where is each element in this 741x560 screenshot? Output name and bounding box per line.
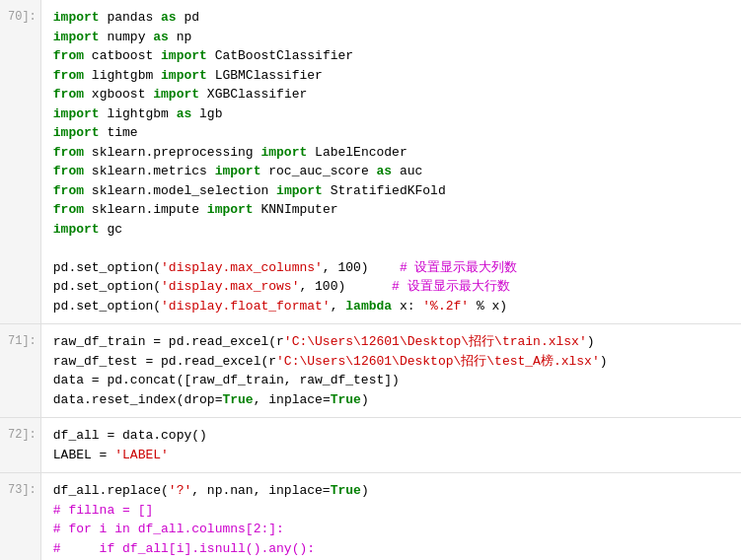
code-token-plain: xgboost	[84, 87, 153, 102]
code-token-plain: KNNImputer	[254, 202, 338, 217]
code-token-plain: )	[361, 483, 369, 498]
code-token-kw: from	[53, 202, 84, 217]
code-token-plain: sklearn.impute	[84, 202, 207, 217]
code-token-str: 'C:\Users\12601\Desktop\招行\train.xlsx'	[284, 334, 587, 349]
code-token-plain: pd.set_option(	[53, 279, 161, 294]
code-token-kw: import	[161, 48, 207, 63]
code-token-kw: import	[53, 10, 100, 25]
code-line: # if df_all[i].isnull().any():	[53, 541, 315, 556]
code-token-plain: raw_df_test = pd.read_excel(r	[53, 354, 276, 369]
code-token-plain: time	[100, 125, 138, 140]
code-token-plain: catboost	[84, 48, 161, 63]
code-line: import lightgbm as lgb	[53, 106, 223, 121]
code-token-plain: , inplace=	[254, 392, 331, 407]
code-token-str: 'C:\Users\12601\Desktop\招行\test_A榜.xlsx'	[276, 354, 600, 369]
code-token-kw: from	[53, 145, 84, 160]
code-token-plain: )	[587, 334, 595, 349]
cell-content[interactable]: raw_df_train = pd.read_excel(r'C:\Users\…	[41, 324, 741, 417]
code-token-str: 'display.max_columns'	[161, 260, 323, 275]
code-line: from xgboost import XGBClassifier	[53, 87, 307, 102]
code-token-kw: as	[177, 106, 192, 121]
code-line: from sklearn.preprocessing import LabelE…	[53, 145, 408, 160]
code-token-str: 'display.max_rows'	[161, 279, 299, 294]
code-token-kw: as	[161, 10, 177, 25]
code-line: data.reset_index(drop=True, inplace=True…	[53, 392, 369, 407]
code-token-plain: raw_df_train = pd.read_excel(r	[53, 334, 284, 349]
code-line: from lightgbm import LGBMClassifier	[53, 68, 323, 83]
code-line: import gc	[53, 222, 122, 237]
code-token-plain: roc_auc_score	[260, 164, 376, 178]
code-token-plain: df_all.replace(	[53, 483, 169, 498]
code-line: raw_df_test = pd.read_excel(r'C:\Users\1…	[53, 354, 608, 369]
code-line: df_all.replace('?', np.nan, inplace=True…	[53, 483, 369, 498]
notebook: 70]:import pandas as pd import numpy as …	[0, 0, 741, 560]
code-token-kw: import	[153, 87, 199, 102]
cell-number: 71]:	[0, 324, 41, 417]
code-token-comment: # for i in df_all.columns[2:]:	[53, 522, 284, 536]
code-line: import pandas as pd	[53, 10, 199, 25]
code-token-plain: )	[600, 354, 608, 369]
code-token-kw: import	[276, 183, 323, 198]
code-token-plain: lightgbm	[100, 106, 177, 121]
code-token-kw: True	[222, 392, 253, 407]
code-token-plain: sklearn.model_selection	[84, 183, 276, 198]
code-token-kw: import	[53, 30, 100, 44]
cell-number: 72]:	[0, 418, 41, 472]
code-token-plain: LGBMClassifier	[207, 68, 323, 83]
code-token-kw: as	[377, 164, 393, 178]
code-token-kw: from	[53, 87, 84, 102]
code-token-plain: df_all = data.copy()	[53, 428, 207, 443]
code-token-plain: StratifiedKFold	[323, 183, 446, 198]
code-token-plain: pd.set_option(	[53, 299, 161, 314]
code-token-kw: True	[331, 392, 361, 407]
cell: 72]:df_all = data.copy() LABEL = 'LABEL'	[0, 418, 741, 473]
code-token-plain: sklearn.metrics	[84, 164, 215, 178]
code-line: import time	[53, 125, 138, 140]
code-token-plain: XGBClassifier	[199, 87, 307, 102]
code-token-kw: import	[53, 222, 100, 237]
code-token-kw: import	[260, 145, 307, 160]
code-line: df_all = data.copy()	[53, 428, 207, 443]
code-token-plain: lgb	[191, 106, 222, 121]
code-token-kw: import	[215, 164, 261, 178]
code-line: pd.set_option('display.float_format', la…	[53, 299, 507, 314]
cell: 73]:df_all.replace('?', np.nan, inplace=…	[0, 473, 741, 560]
code-token-plain: data = pd.concat([raw_df_train, raw_df_t…	[53, 373, 400, 387]
cell-content[interactable]: df_all.replace('?', np.nan, inplace=True…	[41, 473, 741, 560]
cell-content[interactable]: df_all = data.copy() LABEL = 'LABEL'	[41, 418, 741, 472]
code-token-str: '%.2f'	[422, 299, 469, 314]
code-token-plain: ,	[331, 299, 346, 314]
code-line: from catboost import CatBoostClassifier	[53, 48, 353, 63]
code-token-plain: LabelEncoder	[307, 145, 407, 160]
code-token-plain: , np.nan, inplace=	[191, 483, 330, 498]
code-token-comment: # 设置显示最大列数	[400, 260, 518, 275]
code-line: raw_df_train = pd.read_excel(r'C:\Users\…	[53, 334, 595, 349]
code-line: # for i in df_all.columns[2:]:	[53, 522, 284, 536]
code-token-kw: from	[53, 164, 84, 178]
code-token-plain: x:	[392, 299, 422, 314]
cell-content[interactable]: import pandas as pd import numpy as np f…	[41, 0, 741, 323]
code-token-plain: pd	[177, 10, 199, 25]
code-token-kw: import	[53, 125, 100, 140]
code-token-str: 'LABEL'	[114, 448, 169, 462]
code-token-plain: , 100)	[323, 260, 400, 275]
code-line: from sklearn.model_selection import Stra…	[53, 183, 446, 198]
code-token-plain: auc	[392, 164, 422, 178]
code-token-plain: data.reset_index(drop=	[53, 392, 223, 407]
code-line: pd.set_option('display.max_columns', 100…	[53, 260, 518, 275]
code-token-plain: )	[361, 392, 369, 407]
code-line: # fillna = []	[53, 503, 153, 518]
code-token-kw: from	[53, 68, 84, 83]
code-token-kw: from	[53, 48, 84, 63]
cell-number: 70]:	[0, 0, 41, 323]
code-token-kw: lambda	[345, 299, 392, 314]
code-line: from sklearn.metrics import roc_auc_scor…	[53, 164, 423, 178]
code-line: data = pd.concat([raw_df_train, raw_df_t…	[53, 373, 400, 387]
code-line: LABEL = 'LABEL'	[53, 448, 169, 462]
code-line: import numpy as np	[53, 30, 191, 44]
code-line: pd.set_option('display.max_rows', 100) #…	[53, 279, 510, 294]
code-token-plain: , 100)	[299, 279, 392, 294]
cell: 71]:raw_df_train = pd.read_excel(r'C:\Us…	[0, 324, 741, 418]
code-token-comment: # 设置显示最大行数	[392, 279, 510, 294]
code-token-str: '?'	[169, 483, 191, 498]
